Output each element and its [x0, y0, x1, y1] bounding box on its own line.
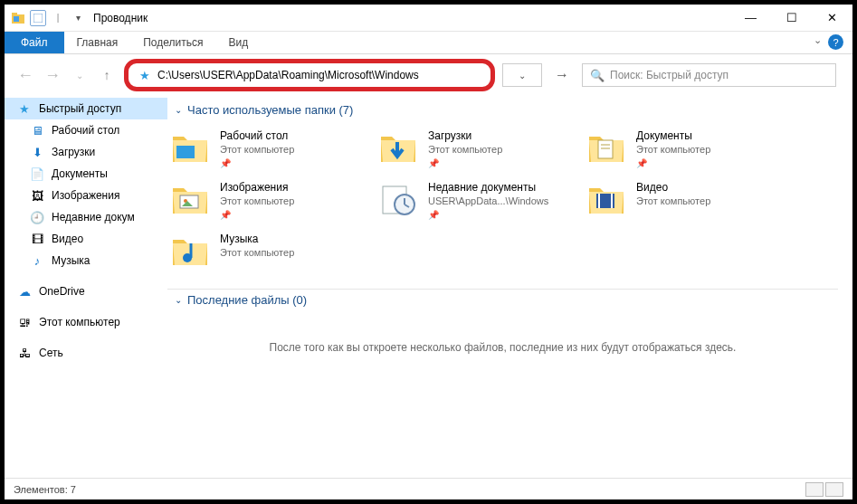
- pin-icon: 📌: [220, 157, 294, 170]
- item-count: Элементов: 7: [14, 484, 76, 495]
- recent-locations-icon[interactable]: ⌄: [70, 71, 90, 81]
- section-title: Часто используемые папки (7): [187, 103, 353, 117]
- folder-tile[interactable]: ИзображенияЭтот компьютер📌: [167, 176, 376, 227]
- folder-meta: ИзображенияЭтот компьютер📌: [220, 181, 294, 222]
- content-pane: ⌄ Часто используемые папки (7) Рабочий с…: [167, 96, 852, 478]
- pin-icon: 📌: [220, 208, 294, 222]
- qat-separator: |: [50, 10, 66, 26]
- up-button[interactable]: ↑: [97, 68, 117, 82]
- address-path: C:\Users\USER\AppData\Roaming\Microsoft\…: [157, 69, 419, 81]
- folder-icon: [379, 181, 419, 217]
- address-row: ← → ⌄ ↑ ★ C:\Users\USER\AppData\Roaming\…: [5, 54, 852, 96]
- folder-name: Документы: [636, 129, 710, 143]
- address-bar[interactable]: ★ C:\Users\USER\AppData\Roaming\Microsof…: [124, 59, 495, 91]
- svg-rect-4: [176, 146, 195, 158]
- back-button[interactable]: ←: [15, 66, 35, 85]
- folder-name: Изображения: [220, 181, 294, 195]
- folder-tile[interactable]: ЗагрузкиЭтот компьютер📌: [376, 124, 584, 176]
- qat-customize-icon[interactable]: ▾: [70, 10, 86, 26]
- search-placeholder: Поиск: Быстрый доступ: [610, 69, 728, 81]
- folder-tile[interactable]: ВидеоЭтот компьютер: [584, 176, 792, 227]
- svg-rect-3: [33, 14, 43, 23]
- svg-rect-15: [598, 194, 600, 208]
- body: ★ Быстрый доступ 🖥Рабочий стол ⬇Загрузки…: [5, 96, 852, 478]
- folder-tile[interactable]: ДокументыЭтот компьютер📌: [584, 124, 792, 176]
- sidebar-onedrive[interactable]: ☁OneDrive: [5, 281, 167, 302]
- folder-icon: [379, 129, 419, 166]
- ribbon-expand-icon[interactable]: ⌄: [814, 34, 822, 46]
- recent-icon: 🕘: [30, 210, 44, 224]
- chevron-down-icon: ⌄: [175, 105, 182, 115]
- folder-location: USER\AppData...\Windows: [428, 195, 548, 208]
- view-large-button[interactable]: [825, 482, 843, 497]
- sidebar-network[interactable]: 🖧Сеть: [5, 342, 167, 364]
- folder-tile[interactable]: МузыкаЭтот компьютер: [167, 227, 376, 274]
- folder-icon: [171, 233, 211, 269]
- folder-icon: [587, 181, 627, 217]
- documents-icon: 📄: [30, 166, 44, 181]
- folder-grid: Рабочий столЭтот компьютер📌ЗагрузкиЭтот …: [167, 124, 838, 274]
- sidebar-item-label: Музыка: [52, 254, 90, 267]
- folder-tile[interactable]: Недавние документыUSER\AppData...\Window…: [376, 176, 584, 227]
- sidebar-item-label: Этот компьютер: [39, 316, 120, 328]
- downloads-icon: ⬇: [30, 145, 44, 159]
- sidebar-item-documents[interactable]: 📄Документы: [5, 163, 167, 185]
- file-tab[interactable]: Файл: [5, 32, 64, 53]
- svg-rect-16: [611, 194, 613, 208]
- tab-share[interactable]: Поделиться: [130, 32, 215, 53]
- folder-tile[interactable]: Рабочий столЭтот компьютер📌: [167, 124, 376, 176]
- folder-location: Этот компьютер: [220, 143, 294, 157]
- svg-rect-1: [12, 13, 17, 15]
- pc-icon: 🖳: [17, 315, 32, 329]
- qat-properties-icon[interactable]: [30, 10, 46, 26]
- svg-point-17: [183, 253, 192, 262]
- videos-icon: 🎞: [30, 232, 44, 246]
- star-icon: ★: [17, 101, 32, 116]
- sidebar-item-label: Недавние докум: [52, 211, 135, 223]
- minimize-button[interactable]: —: [730, 5, 771, 32]
- folder-icon: [587, 129, 627, 166]
- sidebar-item-downloads[interactable]: ⬇Загрузки: [5, 141, 167, 163]
- maximize-button[interactable]: ☐: [771, 5, 812, 32]
- sidebar-item-label: Видео: [52, 233, 83, 245]
- frequent-folders-header[interactable]: ⌄ Часто используемые папки (7): [167, 100, 838, 124]
- ribbon: Файл Главная Поделиться Вид ⌄ ?: [5, 32, 852, 54]
- pin-icon: 📌: [636, 157, 710, 170]
- onedrive-icon: ☁: [17, 284, 32, 299]
- sidebar-this-pc[interactable]: 🖳Этот компьютер: [5, 311, 167, 333]
- window-title: Проводник: [93, 12, 148, 24]
- folder-meta: ВидеоЭтот компьютер: [636, 181, 710, 222]
- chevron-down-icon: ⌄: [175, 295, 182, 305]
- go-refresh-button[interactable]: →: [549, 67, 575, 83]
- sidebar-label: Быстрый доступ: [39, 102, 121, 115]
- explorer-window: | ▾ Проводник — ☐ ✕ Файл Главная Поделит…: [0, 0, 857, 504]
- sidebar-quick-access[interactable]: ★ Быстрый доступ: [5, 98, 167, 119]
- close-button[interactable]: ✕: [812, 5, 852, 32]
- sidebar-item-desktop[interactable]: 🖥Рабочий стол: [5, 119, 167, 141]
- empty-recent-message: После того как вы откроете несколько фай…: [167, 314, 838, 381]
- help-button[interactable]: ?: [828, 34, 843, 50]
- folder-icon: [171, 129, 211, 166]
- status-bar: Элементов: 7: [5, 478, 852, 499]
- address-dropdown[interactable]: ⌄: [502, 63, 542, 87]
- folder-location: Этот компьютер: [428, 143, 502, 157]
- desktop-icon: 🖥: [30, 123, 44, 138]
- svg-rect-2: [14, 16, 19, 22]
- sidebar-item-pictures[interactable]: 🖼Изображения: [5, 185, 167, 206]
- tab-view[interactable]: Вид: [215, 32, 261, 53]
- folder-icon: [171, 181, 211, 217]
- view-details-button[interactable]: [805, 482, 824, 497]
- sidebar-item-recent[interactable]: 🕘Недавние докум: [5, 206, 167, 228]
- tab-home[interactable]: Главная: [64, 32, 131, 53]
- folder-meta: Недавние документыUSER\AppData...\Window…: [428, 181, 548, 222]
- recent-files-header[interactable]: ⌄ Последние файлы (0): [167, 290, 838, 314]
- pin-icon: 📌: [428, 208, 548, 222]
- pin-icon: 📌: [428, 157, 502, 170]
- sidebar-item-label: Документы: [52, 167, 108, 180]
- sidebar-item-label: Сеть: [39, 347, 63, 359]
- sidebar-item-videos[interactable]: 🎞Видео: [5, 228, 167, 250]
- sidebar-item-music[interactable]: ♪Музыка: [5, 250, 167, 271]
- search-input[interactable]: 🔍 Поиск: Быстрый доступ: [582, 63, 836, 87]
- forward-button[interactable]: →: [43, 66, 62, 85]
- svg-rect-5: [598, 140, 613, 158]
